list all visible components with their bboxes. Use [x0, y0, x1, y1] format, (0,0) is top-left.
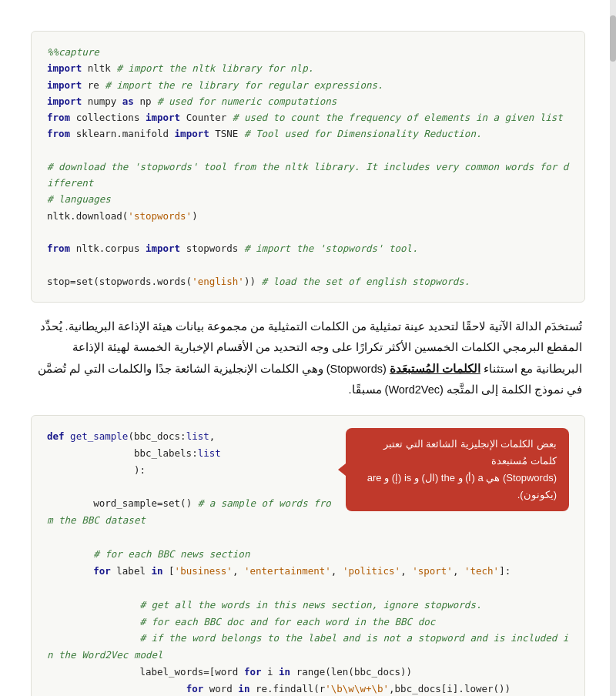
code-block-imports: %%capture import nltk # import the nltk …	[31, 31, 585, 303]
page-container: %%capture import nltk # import the nltk …	[0, 0, 616, 696]
stopwords-tooltip: بعض الكلمات الإنجليزية الشائعة التي تعتب…	[346, 428, 569, 511]
arabic-paragraph: تُستخدَم الدالة الآتية لاحقًا لتحديد عين…	[31, 316, 585, 401]
scrollbar-thumb[interactable]	[610, 15, 616, 62]
scrollbar[interactable]	[610, 0, 616, 696]
tooltip-line2: (Stopwords) هي a (أ) و the (ال) و is (إ)…	[367, 472, 557, 500]
capture-magic: %%capture	[47, 46, 99, 58]
tooltip-line1: بعض الكلمات الإنجليزية الشائعة التي تعتب…	[383, 438, 557, 467]
function-code-block: بعض الكلمات الإنجليزية الشائعة التي تعتب…	[31, 415, 585, 696]
